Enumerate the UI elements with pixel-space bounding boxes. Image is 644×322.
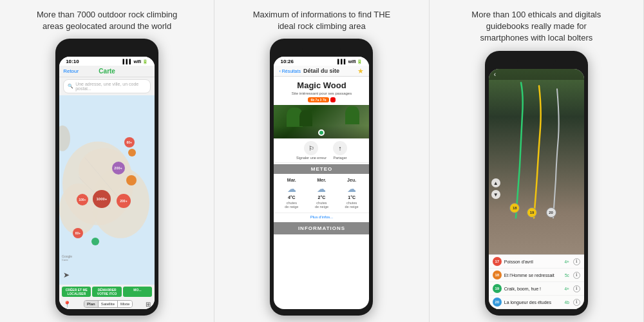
cluster-4[interactable] xyxy=(126,175,137,185)
map-svg: Google Carte xyxy=(59,95,155,285)
phone-1-time: 10:10 xyxy=(66,59,79,64)
cluster-2[interactable] xyxy=(128,149,136,156)
route-name-20: La longueur des études xyxy=(504,300,562,305)
route-lines-svg xyxy=(489,69,584,225)
cluster-5[interactable]: 100+ xyxy=(77,194,88,205)
route-grade-19: 4+ xyxy=(564,287,569,291)
layers-icon[interactable]: ⊞ xyxy=(146,301,151,308)
phone-2: 10:26 ▌▌▌ wifi 🔋 ‹ Résultats Détail du s… xyxy=(270,39,373,316)
meteo-header: METEO xyxy=(274,164,369,174)
route-list: 17 Poisson d'avril 4+ ℹ 18 Et l'Homme se… xyxy=(489,254,584,309)
nav-title: Carte xyxy=(99,68,115,75)
plus-info-link[interactable]: Plus d'infos... xyxy=(274,213,369,221)
route-item-20[interactable]: 20 La longueur des études 4b ℹ xyxy=(489,296,584,309)
meteo-day-3: Jeu. ☁ 1°C chutesde neige xyxy=(345,178,359,209)
day-2-name: Mer. xyxy=(317,178,326,182)
map-controls: 📍 Plan Satellite Mixte ⊞ xyxy=(59,299,155,309)
cloud-icon-2: ☁ xyxy=(317,184,326,194)
phone-1-status-icons: ▌▌▌ wifi 🔋 xyxy=(123,59,149,64)
phone-1: 10:10 ▌▌▌ wifi 🔋 Retour Carte 🔍 Une adre… xyxy=(55,39,158,316)
route-info-icon-17[interactable]: ℹ xyxy=(573,258,580,265)
report-error-button[interactable]: ⚐ Signaler une erreur xyxy=(296,141,327,160)
phone-1-screen: 10:10 ▌▌▌ wifi 🔋 Retour Carte 🔍 Une adre… xyxy=(59,57,155,309)
route-badge-20: 20 xyxy=(493,298,502,307)
route-dot-20: 20 xyxy=(546,207,556,218)
route-name-19: Craik, boom, hue ! xyxy=(504,287,562,291)
panel-detail-title: Maximum of informations to find THE idea… xyxy=(251,9,392,32)
route-info-icon-18[interactable]: ℹ xyxy=(573,272,580,279)
itineraire-button[interactable]: DÉMARRER VOTRE ITCO xyxy=(92,287,121,297)
satellite-button[interactable]: Satellite xyxy=(99,301,118,307)
site-actions: ⚐ Signaler une erreur ↑ Partager xyxy=(274,138,369,163)
day-3-name: Jeu. xyxy=(347,178,356,182)
phone-1-notch xyxy=(88,45,126,54)
map-bottom-buttons: CRÉER ET ME LOCALISER DÉMARRER VOTRE ITC… xyxy=(59,285,155,299)
localiser-button[interactable]: CRÉER ET ME LOCALISER xyxy=(62,287,91,297)
cluster-6[interactable]: 1000+ xyxy=(93,190,111,208)
signal-icon-2: ▌▌▌ xyxy=(337,59,347,64)
route-item-19[interactable]: 19 Craik, boom, hue ! 4+ ℹ xyxy=(489,282,584,296)
route-dot-18: 18 xyxy=(509,203,520,213)
meteo-day-2: Mer. ☁ 2°C chutesde neige xyxy=(315,178,328,209)
day-1-desc: chutesde neige xyxy=(285,201,298,209)
day-2-temp: 2°C xyxy=(318,195,326,200)
route-item-17[interactable]: 17 Poisson d'avril 4+ ℹ xyxy=(489,255,584,269)
star-icon[interactable]: ★ xyxy=(357,67,364,75)
meteo-day-1: Mar. ☁ 4°C chutesde neige xyxy=(285,178,298,209)
map-area[interactable]: Google Carte 60+ 200+ 100+ 1000+ 200+ 60… xyxy=(59,95,155,285)
svg-text:Carte: Carte xyxy=(62,258,69,261)
phone-2-navbar: ‹ Résultats Détail du site ★ xyxy=(274,66,369,77)
route-info-icon-20[interactable]: ℹ xyxy=(573,299,580,306)
share-button[interactable]: ↑ Partager xyxy=(333,141,347,160)
phone-3: ‹ 18 19 20 ▲ ▼ 17 xyxy=(485,51,588,316)
back-button-2[interactable]: ‹ Résultats xyxy=(279,69,300,73)
cluster-9[interactable] xyxy=(91,238,99,245)
cluster-8[interactable]: 60+ xyxy=(73,228,83,238)
panel-guidebook-title: More than 100 ethicals and digitals guid… xyxy=(466,9,607,44)
more-button[interactable]: MO... xyxy=(123,287,152,297)
signal-icon: ▌▌▌ xyxy=(123,59,133,64)
route-info-icon-19[interactable]: ℹ xyxy=(573,285,580,292)
phone-3-screen: ‹ 18 19 20 ▲ ▼ 17 xyxy=(489,69,584,309)
map-type-selector[interactable]: Plan Satellite Mixte xyxy=(84,300,133,308)
report-icon: ⚐ xyxy=(304,141,318,155)
phone-2-time: 10:26 xyxy=(280,59,293,64)
meteo-section: METEO Mar. ☁ 4°C chutesde neige Mer. ☁ 2… xyxy=(274,164,369,221)
cluster-1[interactable]: 60+ xyxy=(124,137,135,147)
phone-2-screen: 10:26 ▌▌▌ wifi 🔋 ‹ Résultats Détail du s… xyxy=(274,57,369,309)
phone-1-status-bar: 10:10 ▌▌▌ wifi 🔋 xyxy=(59,57,155,66)
location-arrow-icon[interactable]: ➤ xyxy=(63,270,70,279)
back-button[interactable]: Retour xyxy=(63,68,79,74)
route-grade-18: 5c xyxy=(565,273,569,278)
route-name-18: Et l'Homme se redressait xyxy=(504,273,562,278)
share-icon: ↑ xyxy=(333,141,347,155)
route-item-18[interactable]: 18 Et l'Homme se redressait 5c ℹ xyxy=(489,269,584,282)
route-dot-19: 19 xyxy=(527,207,537,218)
phone-3-notch xyxy=(517,57,556,66)
route-grade-17: 4+ xyxy=(564,260,569,264)
day-1-name: Mar. xyxy=(287,178,296,182)
info-button[interactable]: INFORMATIONS xyxy=(274,222,369,234)
phone-1-search: 🔍 Une adresse, une ville, un code postal… xyxy=(59,77,155,95)
cluster-3[interactable]: 200+ xyxy=(112,162,125,175)
site-name: Magic Wood xyxy=(279,80,364,90)
site-tags: 6b 7a 3 7b xyxy=(279,97,364,102)
plan-button[interactable]: Plan xyxy=(84,301,99,307)
cloud-icon-3: ☁ xyxy=(347,184,356,194)
svg-point-4 xyxy=(59,126,70,151)
site-header: Magic Wood Site intéressant pour ses pas… xyxy=(274,77,369,105)
route-badge-19: 19 xyxy=(493,284,502,293)
mixte-button[interactable]: Mixte xyxy=(118,301,132,307)
cloud-icon-1: ☁ xyxy=(287,184,296,194)
meteo-days: Mar. ☁ 4°C chutesde neige Mer. ☁ 2°C chu… xyxy=(274,174,369,213)
site-tag-extra xyxy=(330,97,336,102)
wifi-icon: wifi xyxy=(133,59,141,64)
search-placeholder: Une adresse, une ville, un code postal..… xyxy=(75,82,146,91)
route-badge-17: 17 xyxy=(493,257,502,266)
phone-2-status-bar: 10:26 ▌▌▌ wifi 🔋 xyxy=(274,57,369,66)
day-1-temp: 4°C xyxy=(288,195,296,200)
cluster-7[interactable]: 200+ xyxy=(117,194,131,208)
tree-3 xyxy=(345,106,359,124)
search-input[interactable]: 🔍 Une adresse, une ville, un code postal… xyxy=(63,79,151,93)
location-pin-icon: 📍 xyxy=(63,301,71,308)
